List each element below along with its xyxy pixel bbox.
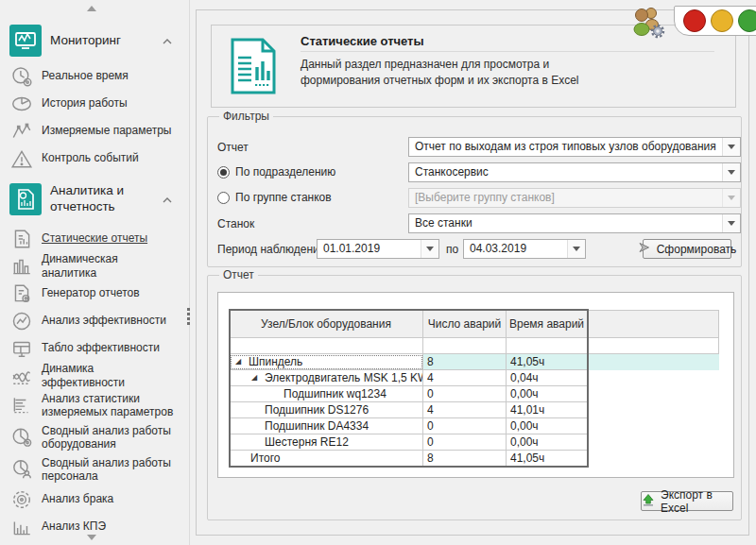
table-header-row: Узел/Блок оборудования Число аварий Врем… [230,310,719,338]
document-gear-icon [10,282,33,305]
green-light[interactable] [738,9,756,32]
dropdown-arrow-icon [722,189,740,207]
table-row[interactable]: Шестерня RE12 0 0,00ч [230,434,719,451]
radio-selected-icon[interactable] [217,166,230,179]
gear-circle-icon [10,488,33,511]
warning-triangle-icon [10,147,33,170]
sidebar-item-work-history[interactable]: История работы [0,90,185,117]
waves-chart-icon [10,365,33,387]
line-chart-icon [10,120,33,143]
table-filter-row[interactable] [230,338,719,354]
sidebar-item-efficiency-board[interactable]: Табло эффективности [0,334,185,362]
sidebar-item-efficiency-analysis[interactable]: Анализ эффективности [0,307,185,334]
column-header-empty [588,310,719,338]
splitter-handle[interactable] [185,306,192,327]
sidebar-item-summary-equipment[interactable]: Сводный анализ работы оборудования [0,421,185,453]
sidebar-item-report-generator[interactable]: Генератор отчетов [0,280,185,307]
sidebar-scroll-up-icon[interactable] [87,6,96,11]
sidebar-item-efficiency-dynamics[interactable]: Динамика эффективности [0,362,185,389]
table-row[interactable]: Подшипник wq1234 0 0,00ч [230,386,719,402]
filters-groupbox: Фильтры Отчет Отчет по выходам из строя … [207,116,742,267]
report-page-icon [227,36,280,96]
status-lights [674,6,756,36]
horizontal-bars-icon [10,394,33,417]
by-machine-group-radio[interactable]: По группе станков [217,191,332,204]
users-settings-icon[interactable] [627,5,667,39]
table-row[interactable]: Шпиндель 8 41,05ч [230,354,719,370]
column-header-failures-time[interactable]: Время аварий [507,310,588,338]
chevron-up-icon[interactable] [163,193,172,206]
report-label: Отчет [217,141,249,154]
yellow-light[interactable] [711,9,733,32]
export-excel-button[interactable]: Экспорт в Excel [641,491,733,511]
sidebar-scroll-down-icon[interactable] [87,535,96,540]
section-label: Аналитика и отчетность [50,183,156,215]
division-select[interactable]: Станкосервис [408,162,741,182]
pie-gear-icon [10,426,33,449]
table-row-total[interactable]: Итого 8 41,05ч [230,451,719,467]
table-row[interactable]: Электродвигатель MSK 1,5 KW WC 4 0,04ч [230,370,719,386]
dropdown-arrow-icon[interactable] [567,240,585,258]
period-to-datepicker[interactable]: 04.03.2019 [463,239,586,259]
dropdown-arrow-icon[interactable] [722,138,740,156]
sidebar-item-static-reports[interactable]: Статические отчеты [0,225,185,252]
splitter-line [189,0,190,545]
report-table: Узел/Блок оборудования Число аварий Врем… [230,310,719,467]
sidebar-item-measured-parameters[interactable]: Измеряемые параметры [0,117,185,145]
dropdown-arrow-icon[interactable] [421,240,438,258]
main-panel: Статические отчеты Данный раздел предназ… [196,9,749,536]
report-document-icon [10,228,33,250]
chevron-up-icon[interactable] [163,34,172,47]
report-view: Узел/Блок оборудования Число аварий Врем… [217,292,734,478]
histogram-icon [10,516,33,538]
pie-person-icon [10,458,33,481]
report-groupbox: Отчет Узел/Блок оборудования Число авари… [207,275,742,520]
generate-button[interactable]: Сформировать [643,239,731,259]
page-title: Статические отчеты [301,34,424,48]
sidebar-item-dynamic-analytics[interactable]: Динамическая аналитика [0,252,185,280]
filters-legend: Фильтры [219,110,273,123]
red-light[interactable] [683,9,706,32]
report-legend: Отчет [219,268,258,281]
clock-icon [10,65,33,88]
sidebar-item-realtime[interactable]: Реальное время [0,62,185,90]
sidebar-item-event-control[interactable]: Контроль событий [0,145,185,172]
expand-icon[interactable] [251,374,257,382]
monitoring-icon [9,25,42,57]
sidebar-section-analytics[interactable]: Аналитика и отчетность [0,178,185,221]
section-label: Мониторинг [50,33,156,49]
sidebar-section-monitoring[interactable]: Мониторинг [0,21,185,60]
title-separator [301,51,714,52]
sidebar-item-defect-analysis[interactable]: Анализ брака [0,485,185,513]
table-row[interactable]: Подшипник DA4334 0 0,00ч [230,418,719,434]
bar-chart-icon [10,255,33,278]
generate-arrow-icon [638,242,651,256]
sidebar-item-measured-stats-analysis[interactable]: Анализ статистики измеряемых параметров [0,389,185,421]
radio-unselected-icon[interactable] [217,192,230,204]
machine-label: Станок [217,217,254,230]
pie-disk-icon [10,93,33,115]
period-to-label: по [446,243,458,256]
sidebar: Мониторинг Реальное время История работы… [0,0,185,545]
dashboard-monitor-icon [10,337,33,360]
dropdown-arrow-icon[interactable] [722,163,740,181]
column-header-failures-count[interactable]: Число аварий [423,310,507,338]
page-description: Данный раздел предназначен для просмотра… [301,57,601,89]
trend-circle-icon [10,310,33,332]
column-header-equipment[interactable]: Узел/Блок оборудования [230,310,423,338]
machine-select[interactable]: Все станки [408,213,741,233]
dropdown-arrow-icon[interactable] [722,214,740,232]
expand-icon[interactable] [235,358,241,366]
period-from-datepicker[interactable]: 01.01.2019 [317,239,439,259]
machine-group-select: [Выберите группу станков] [408,188,741,208]
by-division-radio[interactable]: По подразделению [217,165,335,179]
export-arrow-icon [642,493,655,509]
analytics-icon [9,183,42,215]
table-row[interactable]: Подшипник DS1276 4 41,01ч [230,402,719,418]
sidebar-item-summary-personnel[interactable]: Сводный анализ работы персонала [0,453,185,485]
report-select[interactable]: Отчет по выходам из строя типовых узлов … [408,137,741,157]
